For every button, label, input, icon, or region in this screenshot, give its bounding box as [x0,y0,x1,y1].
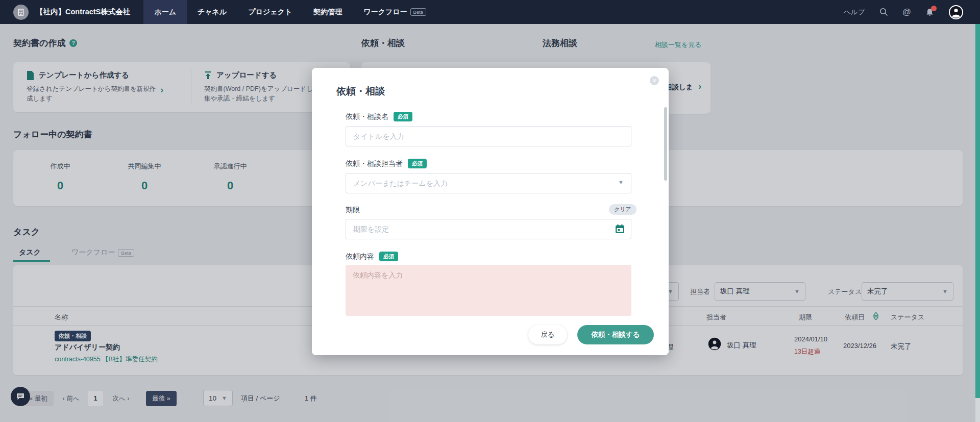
nav-item-channel[interactable]: チャネル [187,0,237,24]
mentions-button[interactable]: @ [902,7,911,17]
due-field-label: 期限 [346,206,360,215]
submit-request-button[interactable]: 依頼・相談する [577,325,654,344]
company-name: 【社内】ContractS株式会社 [36,7,130,17]
top-navbar: 【社内】ContractS株式会社 ホーム チャネル プロジェクト 契約管理 ワ… [0,0,980,24]
nav-right-actions: ヘルプ @ [844,5,980,20]
name-field-label: 依頼・相談名 必須 [346,112,412,121]
company-logo[interactable] [13,5,29,20]
required-badge: 必須 [379,252,398,261]
workflow-beta-badge: Beta [410,8,427,16]
chevron-down-icon[interactable]: ▼ [618,179,624,185]
search-icon [879,8,888,16]
search-button[interactable] [879,8,888,16]
nav-item-workflow[interactable]: ワークフロー Beta [353,0,437,24]
modal-scrollbar-thumb[interactable] [664,107,667,181]
nav-item-contract-management[interactable]: 契約管理 [303,0,353,24]
due-date-input[interactable] [346,219,631,239]
help-link[interactable]: ヘルプ [844,8,865,17]
assignee-input[interactable] [346,173,631,193]
notifications-button[interactable] [925,8,934,17]
notification-dot [931,6,937,11]
modal-title: 依頼・相談 [336,85,385,98]
title-input[interactable] [346,126,631,146]
avatar-icon [948,5,964,20]
building-icon [17,8,25,16]
at-icon: @ [902,7,911,17]
assignee-field-label: 依頼・相談担当者 必須 [346,159,427,168]
content-field-label: 依頼内容 必須 [346,252,398,261]
nav-item-home[interactable]: ホーム [143,0,187,24]
modal-footer: 戻る 依頼・相談する [312,316,669,355]
calendar-icon[interactable] [615,224,625,234]
required-badge: 必須 [394,112,412,121]
required-badge: 必須 [408,159,427,168]
nav-menu: ホーム チャネル プロジェクト 契約管理 ワークフロー Beta [143,0,437,24]
request-content-textarea[interactable] [346,265,631,316]
back-button[interactable]: 戻る [528,325,567,344]
page-scrollbar-thumb[interactable] [975,24,980,398]
request-consult-modal: ✕ 依頼・相談 依頼・相談名 必須 依頼・相談担当者 必須 ▼ 期限 クリア 依… [312,68,669,355]
clear-due-button[interactable]: クリア [609,204,636,215]
account-menu[interactable] [948,5,964,20]
nav-item-project[interactable]: プロジェクト [237,0,303,24]
close-icon[interactable]: ✕ [650,76,659,85]
